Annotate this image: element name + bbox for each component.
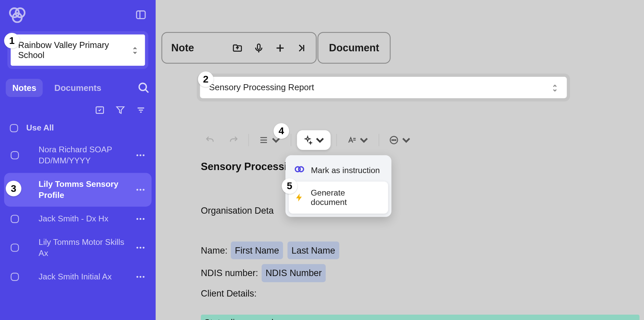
text-style-button[interactable] bbox=[342, 132, 373, 148]
note-title: Jack Smith Initial Ax bbox=[26, 271, 127, 282]
ai-menu-button[interactable] bbox=[297, 130, 330, 150]
main-tab-note-label: Note bbox=[171, 42, 194, 54]
svg-rect-3 bbox=[137, 11, 145, 19]
archive-icon[interactable] bbox=[95, 105, 105, 115]
generate-document-label: Generate document bbox=[311, 188, 382, 207]
svg-point-13 bbox=[137, 154, 138, 156]
callout-4: 4 bbox=[274, 123, 289, 139]
note-title: Lily Tomms Motor Skills Ax bbox=[26, 236, 127, 259]
svg-rect-8 bbox=[97, 106, 102, 108]
mark-as-instruction-label: Mark as instruction bbox=[311, 165, 380, 175]
note-title: Lily Tomms Sensory Profile bbox=[26, 179, 127, 201]
note-title: Nora Richard SOAP DD/MM/YYYY bbox=[26, 144, 127, 166]
ellipsis-icon[interactable] bbox=[135, 150, 146, 161]
lightning-icon bbox=[294, 193, 304, 202]
svg-point-14 bbox=[140, 154, 141, 156]
ellipsis-icon[interactable] bbox=[135, 184, 146, 195]
note-title: Jack Smith - Dx Hx bbox=[26, 213, 127, 224]
ellipsis-icon[interactable] bbox=[135, 271, 146, 282]
svg-point-19 bbox=[137, 218, 138, 219]
instruction-text[interactable]: State diagnoses here bbox=[201, 315, 640, 320]
separator bbox=[379, 134, 379, 146]
mark-instruction-icon bbox=[294, 165, 304, 175]
undo-button[interactable] bbox=[201, 132, 219, 148]
sort-icon[interactable] bbox=[136, 105, 146, 115]
use-all-checkbox[interactable] bbox=[10, 124, 18, 132]
main-tab-document[interactable]: Document bbox=[318, 32, 391, 64]
document-body[interactable]: Sensory Processi Organisation Deta Name:… bbox=[156, 158, 644, 320]
tab-notes[interactable]: Notes bbox=[6, 79, 43, 97]
svg-point-24 bbox=[143, 247, 144, 249]
ellipsis-icon[interactable] bbox=[135, 242, 146, 253]
svg-point-26 bbox=[140, 276, 141, 277]
callout-1: 1 bbox=[4, 33, 20, 49]
separator bbox=[291, 134, 291, 146]
note-checkbox[interactable] bbox=[11, 215, 19, 223]
name-label: Name: bbox=[201, 245, 227, 256]
callout-3: 3 bbox=[6, 181, 21, 197]
mic-icon[interactable] bbox=[254, 43, 264, 53]
svg-point-21 bbox=[143, 218, 144, 219]
template-selector[interactable]: Sensory Processing Report bbox=[197, 73, 570, 101]
svg-point-5 bbox=[139, 83, 146, 90]
note-checkbox[interactable] bbox=[11, 272, 19, 280]
svg-rect-29 bbox=[257, 44, 260, 49]
svg-point-18 bbox=[143, 189, 144, 191]
svg-point-41 bbox=[392, 140, 392, 140]
main-tab-note[interactable]: Note bbox=[161, 32, 317, 64]
tab-documents[interactable]: Documents bbox=[48, 79, 108, 97]
org-name: Rainbow Valley Primary School bbox=[18, 40, 132, 60]
ndis-placeholder[interactable]: NDIS Number bbox=[261, 264, 326, 282]
app-logo bbox=[9, 7, 26, 23]
doc-heading: Sensory Processi bbox=[201, 158, 644, 174]
separator bbox=[336, 134, 337, 146]
main-area: Note Document Sensory Processing Report bbox=[156, 0, 644, 320]
mark-as-instruction-item[interactable]: Mark as instruction bbox=[289, 159, 388, 182]
sidebar: Rainbow Valley Primary School Notes Docu… bbox=[0, 0, 156, 320]
org-selector[interactable]: Rainbow Valley Primary School bbox=[7, 31, 148, 69]
svg-point-25 bbox=[137, 276, 138, 277]
callout-5: 5 bbox=[282, 178, 298, 194]
template-name: Sensory Processing Report bbox=[209, 83, 314, 92]
svg-point-22 bbox=[137, 247, 138, 249]
chevron-updown-icon bbox=[132, 46, 138, 54]
redo-button[interactable] bbox=[225, 132, 243, 148]
svg-point-42 bbox=[393, 140, 394, 140]
import-icon[interactable] bbox=[232, 43, 243, 53]
svg-line-6 bbox=[145, 90, 148, 93]
plus-icon[interactable] bbox=[275, 43, 285, 53]
last-name-placeholder[interactable]: Last Name bbox=[287, 242, 339, 259]
note-checkbox[interactable] bbox=[11, 244, 19, 252]
client-details-label: Client Details: bbox=[201, 286, 644, 301]
ellipsis-icon[interactable] bbox=[135, 213, 146, 224]
generate-document-item[interactable]: Generate document bbox=[289, 181, 388, 214]
svg-point-20 bbox=[140, 218, 141, 219]
note-row[interactable]: Nora Richard SOAP DD/MM/YYYY bbox=[4, 139, 152, 172]
collapse-icon[interactable] bbox=[296, 43, 307, 53]
svg-marker-9 bbox=[117, 107, 124, 113]
note-checkbox[interactable] bbox=[11, 151, 19, 159]
note-row[interactable]: Jack Smith Initial Ax bbox=[4, 265, 152, 288]
note-row[interactable]: Lily Tomms Motor Skills Ax bbox=[4, 231, 152, 264]
svg-point-43 bbox=[395, 140, 396, 140]
org-details-label: Organisation Deta bbox=[201, 203, 644, 218]
chevron-updown-icon bbox=[552, 84, 558, 91]
search-icon[interactable] bbox=[138, 82, 150, 94]
first-name-placeholder[interactable]: First Name bbox=[231, 242, 283, 259]
filter-icon[interactable] bbox=[115, 105, 125, 115]
separator bbox=[249, 134, 249, 146]
note-row[interactable]: Jack Smith - Dx Hx bbox=[4, 207, 152, 230]
svg-point-17 bbox=[140, 189, 141, 191]
ai-dropdown: Mark as instruction Generate document bbox=[285, 155, 391, 217]
svg-point-27 bbox=[143, 276, 144, 277]
more-button[interactable] bbox=[385, 132, 415, 148]
main-tab-document-label: Document bbox=[329, 42, 379, 54]
ndis-label: NDIS number: bbox=[201, 268, 258, 278]
note-row[interactable]: Lily Tomms Sensory Profile bbox=[4, 173, 152, 207]
use-all-label: Use All bbox=[26, 123, 54, 132]
notes-list: Nora Richard SOAP DD/MM/YYYY Lily Tomms … bbox=[0, 137, 156, 290]
svg-point-23 bbox=[140, 247, 141, 249]
svg-point-16 bbox=[137, 189, 138, 191]
panel-toggle-icon[interactable] bbox=[135, 9, 147, 20]
editor-toolbar bbox=[156, 101, 644, 158]
